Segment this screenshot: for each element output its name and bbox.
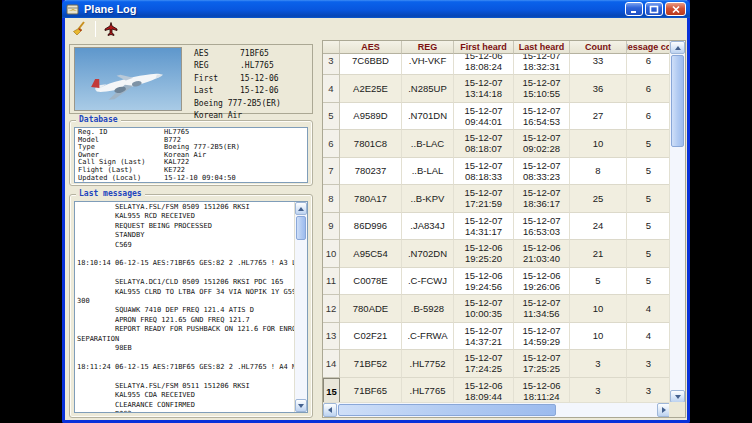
messages-scrollbar[interactable] — [294, 202, 307, 412]
column-header[interactable]: Message cou — [627, 41, 671, 54]
database-group: Database Reg. IDHL7765ModelB772TypeBoein… — [69, 120, 313, 186]
messages-scroll-down-button[interactable] — [295, 399, 307, 412]
cell-reg: ..B-KPV — [402, 185, 454, 213]
cell-last-heard: 15-12-0714:59:29 — [514, 323, 570, 351]
row-number[interactable]: 7 — [323, 158, 340, 186]
cell-message-count: 5 — [627, 130, 671, 158]
row-number[interactable]: 6 — [323, 130, 340, 158]
cell-message-count: 3 — [627, 350, 671, 378]
table-row[interactable]: 10 A95C54 .N702DN 15-12-0619:25:20 15-12… — [323, 240, 671, 268]
row-number[interactable]: 15 — [323, 378, 340, 406]
last-messages-text: SELATYA.FSL/FSM 0509 151206 RKSI KAL955 … — [77, 203, 291, 413]
aircraft-field: AES71BF65 — [194, 48, 312, 60]
row-number[interactable]: 8 — [323, 185, 340, 213]
cell-first-heard: 15-12-0709:44:01 — [454, 103, 514, 131]
cell-last-heard: 15-12-0708:33:23 — [514, 158, 570, 186]
table-horizontal-scrollbar[interactable] — [323, 402, 671, 417]
last-messages-group: Last messages SELATYA.FSL/FSM 0509 15120… — [69, 194, 313, 418]
database-group-label: Database — [76, 115, 121, 124]
cell-last-heard: 15-12-0715:10:55 — [514, 75, 570, 103]
cell-message-count: 6 — [627, 54, 671, 75]
table-row[interactable]: 8 780A17 ..B-KPV 15-12-0717:21:59 15-12-… — [323, 185, 671, 213]
column-header[interactable]: Count — [570, 41, 627, 54]
messages-scroll-up-button[interactable] — [295, 202, 307, 215]
table-row[interactable]: 15 71BF65 .HL7765 15-12-0618:09:44 15-12… — [323, 378, 671, 406]
table-row[interactable]: 11 C0078E .C-FCWJ 15-12-0619:24:56 15-12… — [323, 268, 671, 296]
cell-reg: .HL7752 — [402, 350, 454, 378]
scroll-up-icon — [675, 46, 681, 50]
row-number[interactable]: 11 — [323, 268, 340, 296]
cell-first-heard: 15-12-0714:37:21 — [454, 323, 514, 351]
cell-first-heard: 15-12-0708:18:07 — [454, 130, 514, 158]
cell-first-heard: 15-12-0710:00:35 — [454, 295, 514, 323]
database-field: Reg. IDHL7765 — [78, 129, 304, 137]
header-row-number — [323, 41, 340, 54]
cell-aes: 71BF52 — [340, 350, 402, 378]
table-row[interactable]: 4 A2E25E .N285UP 15-12-0713:14:18 15-12-… — [323, 75, 671, 103]
cell-count: 33 — [570, 54, 627, 75]
cell-reg: .C-FRWA — [402, 323, 454, 351]
table-row[interactable]: 5 A9589D .N701DN 15-12-0709:44:01 15-12-… — [323, 103, 671, 131]
table-vscroll-thumb[interactable] — [671, 55, 684, 147]
column-header[interactable]: Last heard — [514, 41, 570, 54]
table-vertical-scrollbar[interactable] — [669, 41, 685, 403]
aircraft-field: REG.HL7765 — [194, 60, 312, 72]
cell-count: 25 — [570, 185, 627, 213]
table-row[interactable]: 12 780ADE .B-5928 15-12-0710:00:35 15-12… — [323, 295, 671, 323]
row-number[interactable]: 13 — [323, 323, 340, 351]
table-row[interactable]: 13 C02F21 .C-FRWA 15-12-0714:37:21 15-12… — [323, 323, 671, 351]
row-number[interactable]: 14 — [323, 350, 340, 378]
cell-count: 3 — [570, 378, 627, 406]
cell-aes: C02F21 — [340, 323, 402, 351]
aircraft-summary: AES71BF65REG.HL7765First15-12-06Last15-1… — [194, 48, 312, 122]
broom-icon — [71, 20, 89, 38]
cell-count: 10 — [570, 295, 627, 323]
cell-first-heard: 15-12-0714:31:17 — [454, 213, 514, 241]
screen: Plane Log — [0, 0, 752, 423]
cell-count: 24 — [570, 213, 627, 241]
column-header[interactable]: AES — [340, 41, 402, 54]
table-hscroll-thumb[interactable] — [338, 404, 556, 416]
plane-filter-button[interactable] — [100, 19, 122, 39]
plane-icon — [103, 21, 119, 37]
clear-log-button[interactable] — [69, 19, 91, 39]
row-number[interactable]: 3 — [323, 54, 340, 75]
cell-count: 3 — [570, 350, 627, 378]
table-row[interactable]: 3 7C6BBD .VH-VKF 15-12-0618:08:24 15-12-… — [323, 54, 671, 75]
messages-scroll-thumb[interactable] — [296, 216, 306, 240]
cell-aes: 7801C8 — [340, 130, 402, 158]
minimize-button[interactable] — [625, 2, 643, 16]
cell-first-heard: 15-12-0713:14:18 — [454, 75, 514, 103]
cell-last-heard: 15-12-0717:25:25 — [514, 350, 570, 378]
row-number[interactable]: 4 — [323, 75, 340, 103]
last-messages-textarea[interactable]: SELATYA.FSL/FSM 0509 151206 RKSI KAL955 … — [74, 201, 308, 413]
row-number[interactable]: 12 — [323, 295, 340, 323]
column-header[interactable]: First heard — [454, 41, 514, 54]
table-row[interactable]: 7 780237 ..B-LAL 15-12-0708:18:33 15-12-… — [323, 158, 671, 186]
cell-aes: A95C54 — [340, 240, 402, 268]
maximize-button[interactable] — [645, 2, 663, 16]
close-icon — [671, 5, 681, 14]
aircraft-table: AESREGFirst heardLast heardCountMessage … — [322, 40, 686, 418]
table-scroll-up-button[interactable] — [670, 41, 685, 54]
cell-first-heard: 15-12-0619:24:56 — [454, 268, 514, 296]
titlebar[interactable]: Plane Log — [62, 0, 690, 18]
table-row[interactable]: 9 86D996 .JA834J 15-12-0714:31:17 15-12-… — [323, 213, 671, 241]
table-row[interactable]: 14 71BF52 .HL7752 15-12-0717:24:25 15-12… — [323, 350, 671, 378]
row-number[interactable]: 5 — [323, 103, 340, 131]
database-fields: Reg. IDHL7765ModelB772TypeBoeing 777-2B5… — [74, 127, 308, 183]
cell-aes: 7C6BBD — [340, 54, 402, 75]
close-button[interactable] — [665, 2, 686, 16]
cell-last-heard: 15-12-0716:53:03 — [514, 213, 570, 241]
table-scroll-left-button[interactable] — [323, 403, 337, 417]
cell-aes: 780ADE — [340, 295, 402, 323]
cell-aes: A9589D — [340, 103, 402, 131]
cell-last-heard: 15-12-0718:32:31 — [514, 54, 570, 75]
column-header[interactable]: REG — [402, 41, 454, 54]
database-field: Updated (Local)15-12-10 09:04:50 — [78, 175, 304, 183]
row-number[interactable]: 9 — [323, 213, 340, 241]
table-row[interactable]: 6 7801C8 ..B-LAC 15-12-0708:18:07 15-12-… — [323, 130, 671, 158]
cell-message-count: 4 — [627, 323, 671, 351]
row-number[interactable]: 10 — [323, 240, 340, 268]
cell-reg: .VH-VKF — [402, 54, 454, 75]
